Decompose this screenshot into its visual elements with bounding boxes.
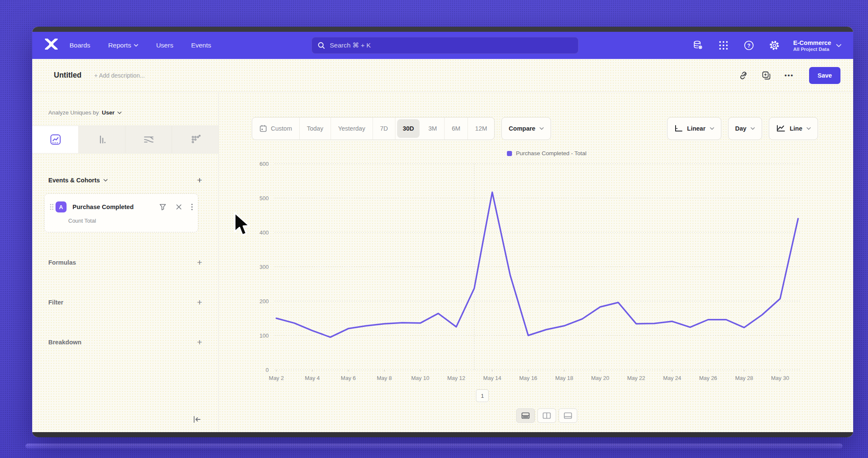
add-filter-button[interactable]: + xyxy=(197,298,202,307)
flows-icon xyxy=(142,134,155,145)
copy-link-icon[interactable] xyxy=(738,70,749,81)
search-placeholder: Search ⌘ + K xyxy=(330,42,371,49)
search-icon xyxy=(317,42,325,49)
mixpanel-logo-icon[interactable] xyxy=(45,39,64,53)
nav-items: Boards Reports Users Events xyxy=(70,42,211,49)
granularity-dropdown[interactable]: Day xyxy=(728,117,762,140)
pagination-page-button[interactable]: 1 xyxy=(476,389,489,402)
retention-dots-icon xyxy=(189,134,201,145)
x-axis-tick-label: May 28 xyxy=(735,375,753,381)
save-button[interactable]: Save xyxy=(809,67,840,84)
layout-split-vertical-button[interactable] xyxy=(537,408,556,423)
x-axis-tick-label: May 22 xyxy=(627,375,645,381)
chevron-down-icon xyxy=(807,127,811,130)
range-30d[interactable]: 30D xyxy=(397,119,420,138)
chart-panel: Custom Today Yesterday 7D 30D 3M 6M 12M … xyxy=(219,92,853,432)
chart-legend: Purchase Completed - Total xyxy=(246,150,848,156)
x-axis-tick-label: May 16 xyxy=(519,375,537,381)
drag-handle-icon[interactable] xyxy=(49,204,55,210)
apps-grid-icon[interactable] xyxy=(717,39,730,52)
x-axis-tick-label: May 2 xyxy=(269,375,284,381)
event-series-badge: A xyxy=(56,201,67,212)
search-input[interactable]: Search ⌘ + K xyxy=(312,37,579,54)
range-today[interactable]: Today xyxy=(300,117,331,140)
nav-label: Reports xyxy=(108,42,131,49)
report-title[interactable]: Untitled xyxy=(54,71,81,80)
range-yesterday[interactable]: Yesterday xyxy=(331,117,373,140)
window-top-strip xyxy=(32,27,853,32)
analyze-value-dropdown[interactable]: User xyxy=(102,109,114,116)
range-12m[interactable]: 12M xyxy=(468,117,494,140)
split-vertical-icon xyxy=(542,412,551,419)
layout-panel-bottom-button[interactable] xyxy=(559,408,577,423)
svg-text:?: ? xyxy=(747,43,750,49)
nav-item-boards[interactable]: Boards xyxy=(70,42,90,49)
y-axis-tick-label: 200 xyxy=(259,298,269,304)
nav-label: Users xyxy=(156,42,173,49)
add-event-button[interactable]: + xyxy=(197,176,202,184)
range-custom[interactable]: Custom xyxy=(252,117,300,140)
chevron-down-icon xyxy=(134,44,138,47)
add-description-field[interactable]: + Add description... xyxy=(94,72,145,79)
x-axis-tick-label: May 14 xyxy=(483,375,501,381)
data-management-icon[interactable] xyxy=(692,39,704,52)
series-line[interactable] xyxy=(276,192,798,337)
more-options-button[interactable]: ••• xyxy=(784,70,795,81)
breakdown-label: Breakdown xyxy=(48,339,81,346)
y-axis-tick-label: 300 xyxy=(259,264,269,270)
duplicate-icon[interactable] xyxy=(761,70,772,81)
line-type-icon xyxy=(776,125,785,132)
nav-label: Events xyxy=(191,42,211,49)
x-axis-tick-label: May 10 xyxy=(411,375,429,381)
layout-split-horizontal-button[interactable] xyxy=(516,408,535,423)
x-axis-tick-label: May 30 xyxy=(771,375,789,381)
nav-label: Boards xyxy=(70,42,90,49)
tab-bar-chart[interactable] xyxy=(79,126,125,153)
axis-scale-dropdown[interactable]: Linear xyxy=(667,117,721,140)
range-7d[interactable]: 7D xyxy=(373,117,396,140)
tab-line-chart[interactable] xyxy=(32,126,79,153)
top-nav: Boards Reports Users Events Search ⌘ + K xyxy=(32,32,853,59)
layout-toggle-group xyxy=(246,408,848,423)
events-cohorts-label[interactable]: Events & Cohorts xyxy=(48,177,108,184)
background-glow xyxy=(25,444,843,449)
nav-item-reports[interactable]: Reports xyxy=(108,42,138,49)
remove-event-icon[interactable] xyxy=(176,204,182,210)
date-range-group: Custom Today Yesterday 7D 30D 3M 6M 12M xyxy=(252,117,495,140)
legend-color-swatch xyxy=(507,151,512,156)
tab-retention[interactable] xyxy=(172,126,218,153)
tab-flows[interactable] xyxy=(125,126,172,153)
chart-type-dropdown[interactable]: Line xyxy=(769,117,818,140)
kebab-menu-icon[interactable] xyxy=(191,204,193,210)
x-axis-tick-label: May 18 xyxy=(555,375,573,381)
add-formula-button[interactable]: + xyxy=(197,258,202,267)
project-selector[interactable]: E-Commerce All Project Data xyxy=(793,39,841,52)
event-aggregation[interactable]: Count Total xyxy=(68,218,96,224)
analyze-label: Analyze Uniques by xyxy=(48,109,99,116)
nav-item-events[interactable]: Events xyxy=(191,42,211,49)
x-axis-tick-label: May 12 xyxy=(447,375,465,381)
add-breakdown-button[interactable]: + xyxy=(197,338,202,346)
range-6m[interactable]: 6M xyxy=(445,117,468,140)
formulas-label: Formulas xyxy=(48,259,76,266)
event-name[interactable]: Purchase Completed xyxy=(72,204,134,210)
settings-gear-icon[interactable] xyxy=(768,39,781,52)
y-axis-tick-label: 500 xyxy=(259,195,269,201)
title-actions: ••• Save xyxy=(738,67,840,84)
chevron-down-icon xyxy=(751,127,755,130)
events-cohorts-header: Events & Cohorts + xyxy=(48,176,202,184)
collapse-sidebar-icon[interactable] xyxy=(193,416,201,425)
nav-item-users[interactable]: Users xyxy=(156,42,173,49)
line-chart[interactable]: 0100200300400500600May 2May 4May 6May 8M… xyxy=(246,160,848,404)
range-3m[interactable]: 3M xyxy=(421,117,445,140)
chevron-down-icon xyxy=(836,44,841,47)
x-axis-tick-label: May 6 xyxy=(341,375,356,381)
compare-dropdown[interactable]: Compare xyxy=(501,117,551,140)
filter-funnel-icon[interactable] xyxy=(159,203,167,211)
event-card-purchase-completed[interactable]: A Purchase Completed Count Total xyxy=(44,193,198,232)
y-axis-tick-label: 0 xyxy=(266,367,269,373)
mouse-cursor xyxy=(233,212,253,239)
help-icon[interactable]: ? xyxy=(743,39,755,52)
y-axis-tick-label: 100 xyxy=(259,332,269,339)
nav-right: ? E-Commerce All Project Data xyxy=(692,32,841,59)
